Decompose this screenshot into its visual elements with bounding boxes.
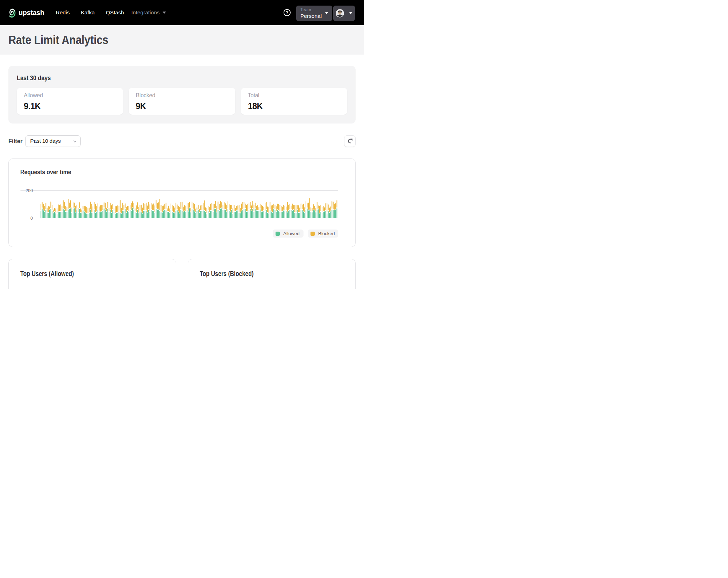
svg-text:?: ?	[286, 10, 288, 15]
svg-text:0: 0	[30, 216, 33, 221]
svg-text:200: 200	[26, 188, 33, 193]
